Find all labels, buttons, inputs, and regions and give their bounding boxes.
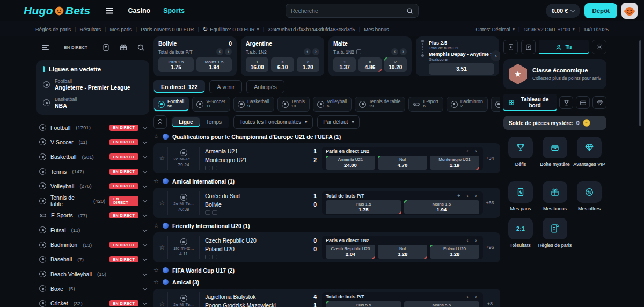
diamond-tab-icon[interactable] (592, 96, 606, 109)
chevron-down-icon[interactable] (143, 169, 147, 173)
market-next-icon[interactable]: › (473, 193, 479, 199)
grid-item-vip[interactable]: Avantages VIP (572, 137, 606, 167)
league-header[interactable]: ☆ Amical (3) (153, 277, 500, 287)
sidebar-item-table-tennis[interactable]: Tennis de table (420) EN DIRECT (36, 193, 149, 208)
market-prev-icon[interactable]: ‹ (464, 294, 471, 299)
odds-button[interactable]: Nul4.70 (378, 156, 427, 170)
chevron-down-icon[interactable] (143, 271, 147, 275)
odds-button[interactable]: Plus 5.52.46 (326, 301, 401, 307)
gear-icon[interactable] (592, 40, 606, 54)
market-next-icon[interactable]: › (473, 238, 479, 243)
sidebar-item-baseball[interactable]: Baseball (7) EN DIRECT (36, 252, 149, 267)
avatar[interactable] (621, 3, 638, 19)
featured-card-bolivie[interactable]: Bolivie 0 Total de buts P/T ‹› Plus 1.51… (153, 36, 237, 76)
chevron-down-icon[interactable] (143, 154, 147, 158)
betslip-icon[interactable] (102, 43, 110, 52)
market-next-icon[interactable]: › (312, 48, 319, 55)
logo[interactable]: Hugo Bets (24, 4, 91, 17)
favorite-star-icon[interactable]: ☆ (153, 222, 159, 229)
collapse-all-icon[interactable] (153, 115, 167, 129)
market-prev-icon[interactable]: ‹ (216, 48, 223, 55)
odds-button[interactable]: Nul3.28 (378, 245, 427, 259)
scrollbar-thumb[interactable] (639, 40, 641, 126)
market-next-icon[interactable]: › (473, 294, 479, 299)
sidebar-item-badminton[interactable]: Badminton (13) EN DIRECT (36, 237, 149, 252)
odds-format-value[interactable]: Décimal (492, 26, 510, 32)
chevron-down-icon[interactable] (143, 213, 147, 217)
market-prev-icon[interactable]: ‹ (464, 238, 471, 243)
odds-button[interactable]: Plus 1.51.75 (158, 57, 194, 72)
search-icon[interactable] (406, 8, 413, 14)
carousel-next-icon[interactable]: › (491, 50, 500, 61)
match-row[interactable]: ☆ 2e Mi-Te... 79:24 Armenia U21 Monteneg… (153, 143, 500, 173)
chip-v-soccer[interactable]: V-Soccer11 (192, 97, 230, 112)
market-next-icon[interactable]: › (473, 149, 479, 154)
deposit-button[interactable]: Dépôt (584, 3, 617, 18)
odds-button[interactable]: Montenegro U211.19 (430, 156, 479, 170)
favorite-star-icon[interactable]: ☆ (153, 267, 159, 274)
featured-card-argentine[interactable]: Argentine T.a.b. 1N2 ‹› 116.00 X6.10 21.… (241, 36, 324, 76)
live-filter-badge[interactable]: EN DIRECT (59, 43, 92, 52)
grid-item-my-offers[interactable]: Mes offres (572, 181, 606, 211)
tab-early[interactable]: Anticipés (246, 80, 284, 93)
nav-casino[interactable]: Casino (128, 7, 151, 14)
tab-dashboard[interactable]: Tableau de bord (503, 94, 557, 111)
sidebar-item-beach-volleyball[interactable]: Beach Volleyball (15) (36, 267, 149, 281)
more-markets-count[interactable]: +66 (483, 191, 497, 215)
chip-table-tennis[interactable]: Tennis de table19 (355, 97, 405, 112)
market-prev-icon[interactable]: ‹ (464, 149, 471, 154)
chip-volleyball[interactable]: Volleyball6 (313, 97, 352, 112)
grid-item-betting-rules[interactable]: Règles de paris (538, 218, 572, 248)
league-header[interactable]: ☆ Qualifications pour le Championnat d'E… (153, 131, 500, 142)
league-header[interactable]: ☆ FIFA World Cup U17 (2) (153, 265, 500, 275)
chip-tennis[interactable]: Tennis18 (277, 97, 310, 112)
chevron-down-icon[interactable] (143, 227, 147, 231)
featured-card-malte[interactable]: Malte T.a.b. 1N2 ‹› 11.37 X4.86 210.20 (328, 36, 412, 76)
odds-button[interactable]: 210.20 (384, 57, 407, 72)
balance-dropdown[interactable]: 0.00 € (546, 4, 581, 18)
more-markets-count[interactable]: +8 (483, 292, 497, 307)
favorite-star-icon[interactable]: ☆ (157, 292, 167, 307)
chip-badminton[interactable]: Badminton2 (447, 97, 488, 112)
stats-icon[interactable] (205, 210, 210, 215)
chevron-down-icon[interactable] (143, 125, 147, 129)
sidebar-item-v-soccer[interactable]: V-Soccer (11) EN DIRECT (36, 135, 149, 149)
link-my-bets[interactable]: Mes paris (110, 26, 132, 32)
odds-button[interactable]: 3.51 (429, 63, 494, 75)
more-markets-count[interactable]: +34 (483, 147, 497, 170)
league-header[interactable]: ☆ Friendly International U20 (1) (153, 221, 500, 231)
odds-button[interactable]: Czech Republic U202.04 (326, 245, 375, 259)
chip-esport[interactable]: E-sport6 (408, 97, 443, 112)
grid-item-challenges[interactable]: Défis (503, 137, 538, 167)
favorite-star-icon[interactable]: ☆ (157, 147, 167, 170)
mystery-coins-bar[interactable]: Solde de pièces mystère: 0 ≡ (503, 116, 606, 130)
card-tab-icon[interactable] (576, 96, 590, 109)
tracker-icon[interactable] (212, 210, 217, 215)
odds-button[interactable]: X4.86 (358, 57, 381, 72)
grid-item-my-bets[interactable]: Mes paris (503, 181, 538, 211)
market-next-icon[interactable]: › (400, 48, 407, 55)
chevron-down-icon[interactable] (143, 198, 147, 202)
match-row[interactable]: ☆ 1re mi-te... 4:11 Czech Republic U20 P… (153, 232, 500, 262)
link-my-bonuses[interactable]: Mes bonus (364, 26, 389, 32)
search-input[interactable] (291, 8, 406, 14)
odds-button[interactable]: Plus 1.51.75 (326, 200, 401, 214)
sidebar-item-cricket[interactable]: Cricket (32) EN DIRECT (36, 296, 149, 307)
featured-league-premier-league[interactable]: Football Angleterre - Premier League (43, 78, 143, 91)
featured-card-combo[interactable]: Plus 2.5 Total de buts P/T Memphis Depay… (416, 36, 499, 76)
sidebar-hamburger-icon[interactable] (41, 43, 50, 52)
sort-dropdown[interactable]: Par défaut▾ (317, 115, 360, 129)
stats-icon[interactable] (205, 166, 210, 170)
grid-item-results[interactable]: 2:1 Résultats (503, 218, 538, 248)
market-prev-icon[interactable]: ‹ (304, 48, 311, 55)
odds-button[interactable]: Moins 5.51.37 (404, 301, 480, 307)
market-next-icon[interactable]: › (225, 48, 232, 55)
gift-icon[interactable] (119, 43, 128, 52)
market-prev-icon[interactable]: ‹ (464, 193, 471, 199)
chip-football[interactable]: Football56 (153, 97, 189, 112)
menu-hamburger-icon[interactable] (105, 6, 114, 16)
match-row[interactable]: ☆ 2e Mi-Te... 76:39 Corée du Sud Bolivie… (153, 188, 500, 218)
favorite-star-icon[interactable]: ☆ (153, 133, 159, 140)
favorite-star-icon[interactable]: ☆ (157, 236, 167, 259)
tab-you[interactable]: Tu (539, 40, 589, 54)
